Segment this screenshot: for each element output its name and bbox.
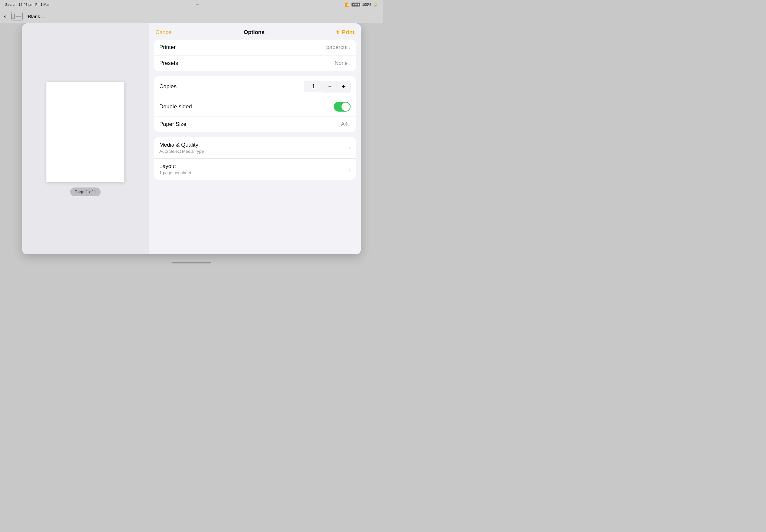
printer-presets-group: Printer papercut › Presets None › (154, 40, 356, 71)
double-sided-label: Double-sided (159, 103, 192, 110)
options-title: Options (244, 29, 264, 36)
status-right: 📶 VPN 100% 🔋 (345, 3, 378, 7)
status-bar: Search 12:46 pm Fri 1 Mar ··· 📶 VPN 100%… (0, 0, 383, 9)
paper-size-value-group: A4 › (341, 121, 350, 127)
time-label: 12:46 pm (18, 3, 33, 6)
layout-text: Layout 1 page per sheet (159, 163, 191, 175)
share-icon: ⬆ (335, 30, 340, 35)
printer-chevron-icon: › (349, 45, 350, 50)
cancel-button[interactable]: Cancel (155, 29, 173, 36)
print-button[interactable]: ⬆ Print (335, 29, 354, 36)
media-quality-chevron-icon: › (349, 145, 350, 151)
copies-row: Copies 1 − + (154, 76, 356, 97)
layout-sub: 1 page per sheet (159, 170, 191, 175)
page-label: Page 1 of 1 (70, 187, 101, 196)
search-label: Search (5, 3, 17, 6)
media-layout-group: Media & Quality Auto Select Media Type ›… (154, 137, 356, 180)
main-panel: Page 1 of 1 Cancel Options ⬆ Print Print… (22, 23, 361, 254)
options-pane: Cancel Options ⬆ Print Printer papercut … (149, 23, 361, 254)
layout-row[interactable]: Layout 1 page per sheet › (154, 159, 356, 180)
paper-size-chevron-icon: › (349, 122, 350, 127)
toggle-thumb (341, 103, 350, 111)
toolbar: ‹ Blank... (0, 9, 383, 23)
double-sided-toggle[interactable] (334, 102, 350, 112)
presets-row[interactable]: Presets None › (154, 55, 356, 71)
increment-button[interactable]: + (337, 81, 350, 92)
presets-label: Presets (159, 60, 178, 67)
battery-label: 100% (362, 3, 371, 6)
media-quality-row[interactable]: Media & Quality Auto Select Media Type › (154, 137, 356, 159)
sidebar-toggle-button[interactable] (11, 12, 23, 20)
media-quality-text: Media & Quality Auto Select Media Type (159, 142, 204, 154)
printer-value: papercut (326, 44, 347, 51)
wifi-icon: 📶 (345, 3, 349, 7)
home-indicator (172, 262, 211, 263)
copies-label: Copies (159, 83, 176, 90)
options-header: Cancel Options ⬆ Print (149, 23, 361, 40)
media-quality-label: Media & Quality (159, 142, 204, 148)
layout-label: Layout (159, 163, 191, 170)
copies-stepper: 1 − + (304, 81, 350, 92)
layout-inner: Layout 1 page per sheet › (159, 163, 350, 175)
media-quality-sub: Auto Select Media Type (159, 149, 204, 154)
printer-label: Printer (159, 44, 176, 51)
printer-value-group: papercut › (326, 44, 350, 51)
paper-size-value: A4 (341, 121, 348, 127)
paper-size-row[interactable]: Paper Size A4 › (154, 116, 356, 132)
printer-row[interactable]: Printer papercut › (154, 40, 356, 55)
back-button[interactable]: ‹ (4, 13, 6, 20)
copies-group: Copies 1 − + Double-sided Paper (154, 76, 356, 132)
document-title: Blank... (28, 14, 44, 19)
presets-value-group: None › (334, 60, 350, 67)
preview-pane: Page 1 of 1 (22, 23, 149, 254)
decrement-button[interactable]: − (323, 81, 337, 92)
copies-value: 1 (304, 81, 323, 92)
layout-chevron-icon: › (349, 166, 350, 172)
battery-icon: 🔋 (373, 3, 378, 7)
presets-chevron-icon: › (349, 61, 350, 66)
date-label: Fri 1 Mar (35, 3, 50, 6)
status-left: Search 12:46 pm Fri 1 Mar (5, 3, 50, 6)
media-quality-inner: Media & Quality Auto Select Media Type › (159, 142, 350, 154)
options-content: Printer papercut › Presets None › (149, 40, 361, 254)
vpn-badge: VPN (351, 3, 360, 6)
presets-value: None (334, 60, 348, 67)
status-center: ··· (196, 3, 199, 6)
paper-size-label: Paper Size (159, 121, 186, 127)
double-sided-row[interactable]: Double-sided (154, 97, 356, 116)
page-preview (46, 82, 124, 182)
